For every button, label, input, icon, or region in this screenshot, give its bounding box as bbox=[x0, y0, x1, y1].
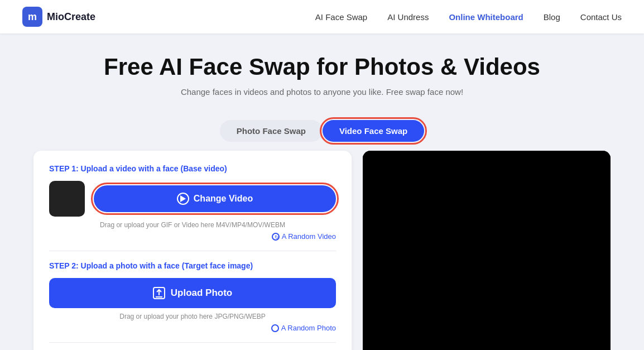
step1-label-text: Upload a video with a face (Base video) bbox=[79, 164, 227, 173]
step2-random-label: A Random Photo bbox=[281, 324, 336, 332]
step2-drag-hint: Drag or upload your photo here JPG/PNG/W… bbox=[49, 313, 336, 320]
logo-area[interactable]: m MioCreate bbox=[22, 7, 95, 27]
play-circle-icon bbox=[177, 193, 189, 205]
divider-1 bbox=[49, 251, 336, 251]
step2-label-prefix: STEP 2: bbox=[49, 261, 79, 270]
logo-icon: m bbox=[22, 7, 42, 27]
step1-random-label: A Random Video bbox=[282, 232, 336, 241]
tab-photo-face-swap[interactable]: Photo Face Swap bbox=[220, 120, 323, 142]
step1-row: Change Video bbox=[49, 181, 336, 217]
change-video-label: Change Video bbox=[194, 194, 253, 204]
divider-2 bbox=[49, 342, 336, 343]
navbar: m MioCreate AI Face Swap AI Undress Onli… bbox=[0, 0, 644, 33]
left-panel: STEP 1: Upload a video with a face (Base… bbox=[33, 151, 352, 350]
upload-photo-label: Upload Photo bbox=[171, 287, 232, 299]
video-player-panel: 00:05/00:33 bbox=[363, 151, 611, 350]
step1-label: STEP 1: Upload a video with a face (Base… bbox=[49, 164, 336, 173]
hero-section: Free AI Face Swap for Photos & Videos Ch… bbox=[0, 33, 644, 108]
step2-label: STEP 2: Upload a photo with a face (Targ… bbox=[49, 261, 336, 270]
video-thumbnail bbox=[49, 181, 85, 217]
hero-subtitle: Change faces in videos and photos to any… bbox=[11, 87, 633, 97]
nav-link-blog[interactable]: Blog bbox=[544, 12, 560, 22]
tabs-row: Photo Face Swap Video Face Swap bbox=[0, 120, 644, 142]
main-content: STEP 1: Upload a video with a face (Base… bbox=[0, 142, 644, 350]
upload-photo-button[interactable]: Upload Photo bbox=[49, 278, 336, 308]
video-display bbox=[363, 151, 611, 350]
logo-name: MioCreate bbox=[47, 11, 95, 23]
step2-random-link[interactable]: A Random Photo bbox=[49, 324, 336, 332]
step1-section: STEP 1: Upload a video with a face (Base… bbox=[49, 164, 336, 241]
step1-random-link[interactable]: ↻ A Random Video bbox=[49, 232, 336, 241]
svg-text:↻: ↻ bbox=[274, 234, 278, 240]
nav-link-ai-undress[interactable]: AI Undress bbox=[387, 12, 429, 22]
tab-video-face-swap[interactable]: Video Face Swap bbox=[323, 120, 424, 142]
upload-photo-icon bbox=[153, 287, 165, 299]
step1-label-prefix: STEP 1: bbox=[49, 164, 79, 173]
nav-links: AI Face Swap AI Undress Online Whiteboar… bbox=[315, 12, 622, 22]
step1-drag-hint: Drag or upload your GIF or Video here M4… bbox=[49, 221, 336, 229]
change-video-button[interactable]: Change Video bbox=[94, 185, 336, 212]
svg-point-6 bbox=[272, 325, 278, 332]
step2-section: STEP 2: Upload a photo with a face (Targ… bbox=[49, 261, 336, 332]
step2-label-text: Upload a photo with a face (Target face … bbox=[79, 261, 253, 270]
nav-link-online-whiteboard[interactable]: Online Whiteboard bbox=[449, 12, 523, 22]
nav-link-contact-us[interactable]: Contact Us bbox=[580, 12, 622, 22]
nav-link-ai-face-swap[interactable]: AI Face Swap bbox=[315, 12, 367, 22]
hero-title: Free AI Face Swap for Photos & Videos bbox=[11, 54, 633, 80]
svg-marker-0 bbox=[180, 195, 186, 202]
